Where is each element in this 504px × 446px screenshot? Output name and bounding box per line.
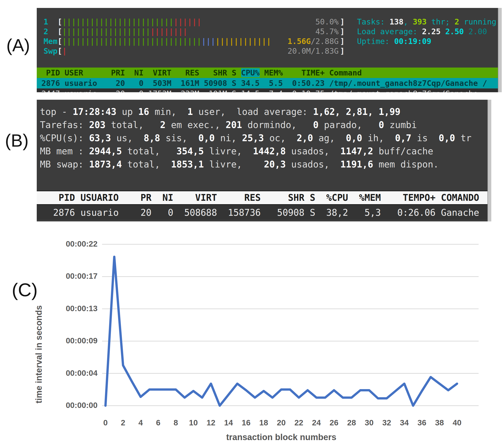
text-segment: ih, (362, 133, 395, 143)
text-segment: 25,3 (242, 133, 264, 143)
y-axis-title: time interval in seconds (34, 254, 44, 403)
htop-process-row-clipped: 2447 usuario 20 0 1753M 233M 101M S 14.5… (37, 89, 502, 92)
y-tick-label: 00:00:22 (47, 239, 98, 248)
htop-process-row-selected[interactable]: 2876 usuario 20 0 503M 161M 50908 S 34.5… (37, 78, 502, 88)
text-segment: Tarefas: (40, 120, 89, 130)
meter-close-bracket: ] (340, 37, 344, 46)
meter-value: 1.56G/2.88G (288, 36, 339, 46)
meter-value: 20.0M/1.83G (288, 46, 339, 56)
text-segment: 20,3 (264, 159, 286, 170)
x-tick-label: 34 (394, 418, 415, 427)
text-segment: %CPU(s): (40, 133, 89, 143)
x-tick-label: 30 (359, 418, 379, 427)
htop-header-left: PID USER PRI NI VIRT RES SHR S (37, 68, 241, 77)
meter-value: 45.7% (316, 27, 339, 36)
text-segment: em exec., (166, 120, 226, 130)
y-tick-label: 00:00:13 (47, 304, 98, 313)
text-segment: 1873,4 (89, 159, 122, 170)
text-segment: up (116, 106, 138, 117)
x-tick-label: 16 (236, 418, 256, 427)
meter-bar-segment-yellow: |||||||||||| (215, 37, 271, 46)
text-segment: sis, (160, 133, 198, 143)
meter-label: 1 (44, 17, 57, 27)
text-segment: MB mem : (40, 146, 89, 156)
text-segment: total, (122, 159, 171, 170)
htop-summary-line-2: Uptime: 00:19:09 (357, 36, 496, 46)
meter-open-bracket: [ (57, 37, 62, 46)
meter-bars: | (62, 46, 67, 56)
text-segment: 1,62, 2,81, 1,99 (313, 106, 400, 117)
text-segment: is (412, 133, 439, 143)
text-segment: 1 (187, 106, 193, 117)
top-scrollbar[interactable] (487, 100, 491, 222)
x-tick-label: 20 (271, 418, 291, 427)
text-segment: thr; (427, 17, 454, 26)
text-segment: livre, (204, 146, 253, 156)
text-segment: 50.0% (316, 17, 339, 26)
block-interval-line-chart (102, 240, 479, 414)
text-segment: 203 (89, 120, 106, 130)
text-segment: min, (149, 106, 188, 117)
top-process-row: 2876 usuario 20 0 508688 158736 50908 S … (37, 206, 491, 220)
htop-meter-2: 2[|||||||||||||||||||||||||||45.7%] (44, 27, 344, 36)
text-segment: buff/cache (373, 146, 433, 156)
panel-b-label: (B) (5, 130, 29, 151)
x-tick-label: 32 (377, 418, 397, 427)
text-segment: 2944,5 (89, 146, 122, 156)
text-segment: 0,0 (439, 133, 455, 143)
x-tick-label: 12 (201, 418, 221, 427)
htop-summary-line-0: Tasks: 138, 393 thr; 2 running (357, 17, 496, 27)
x-tick-label: 10 (183, 418, 204, 427)
top-summary-lines: top - 17:28:43 up 16 min, 1 user, load a… (40, 105, 471, 171)
panel-c-label: (C) (12, 279, 38, 301)
meter-label: Swp (44, 46, 57, 56)
text-segment: total, (122, 146, 177, 156)
htop-meter-mem: Mem[||||||||||||||||||||||||||||||||||||… (44, 36, 344, 46)
text-segment: 2.25 (422, 27, 445, 36)
htop-summary-line-1: Load average: 2.25 2.50 2.00 (357, 27, 496, 36)
meter-bars: ||||||||||||||||||||||||||| (62, 27, 188, 36)
meter-label: 2 (44, 27, 57, 36)
x-tick-label: 22 (289, 418, 309, 427)
x-axis-title: transaction block numbers (145, 432, 417, 442)
htop-header-cpu-sort-column[interactable]: CPU% (241, 68, 260, 77)
text-segment: 2.50 (445, 27, 468, 36)
y-tick-label: 00:00:04 (47, 368, 98, 377)
x-tick-label: 0 (95, 418, 116, 427)
text-segment: 0,0 (346, 133, 362, 143)
x-tick-label: 26 (324, 418, 344, 427)
text-segment: 0,7 (395, 133, 411, 143)
text-segment: ag, (313, 133, 346, 143)
time-interval-series-line (106, 257, 457, 406)
text-segment: 1442,8 (253, 146, 286, 156)
x-tick-label: 36 (412, 418, 432, 427)
x-tick-label: 8 (166, 418, 186, 427)
htop-scrollbar[interactable] (498, 8, 502, 92)
figure-canvas: (A) (B) (C) 1[||||||||||||||||||||||||||… (0, 0, 504, 446)
text-segment: 00:19:09 (394, 37, 432, 46)
text-segment: 1853,1 (171, 159, 204, 170)
meter-close-bracket: ] (340, 47, 344, 55)
text-segment: 2 (160, 120, 166, 130)
text-segment: ni, (215, 133, 242, 143)
text-segment: Uptime: (357, 37, 394, 46)
text-segment: 2 (454, 17, 459, 26)
text-segment: 8,8 (144, 133, 160, 143)
text-segment: 16 (138, 106, 149, 117)
meter-bar-segment-green: |||||||||||||||||||||||||||||| (62, 37, 201, 46)
htop-cpu-mem-meters: 1[||||||||||||||||||||||||||||||50.0%]2[… (44, 17, 344, 56)
top-terminal-panel: top - 17:28:43 up 16 min, 1 user, load a… (37, 100, 491, 222)
text-segment: 2,0 (297, 133, 313, 143)
text-segment: 20.0M/1.83G (288, 47, 339, 55)
text-segment: 0 (313, 120, 319, 130)
text-segment: running (459, 17, 496, 26)
text-segment: Tasks: (357, 17, 389, 26)
text-segment: 1191,6 (341, 159, 373, 170)
text-segment: , (403, 17, 413, 26)
y-tick-label: 00:00:00 (47, 401, 98, 410)
meter-open-bracket: [ (57, 27, 62, 36)
top-line-2: %CPU(s): 63,3 us, 8,8 sis, 0,0 ni, 25,3 … (40, 131, 471, 145)
panel-a-label: (A) (6, 35, 30, 56)
text-segment: 63,3 (89, 133, 111, 143)
meter-bars: ||||||||||||||||||||||||||||||||||||||||… (62, 36, 271, 46)
